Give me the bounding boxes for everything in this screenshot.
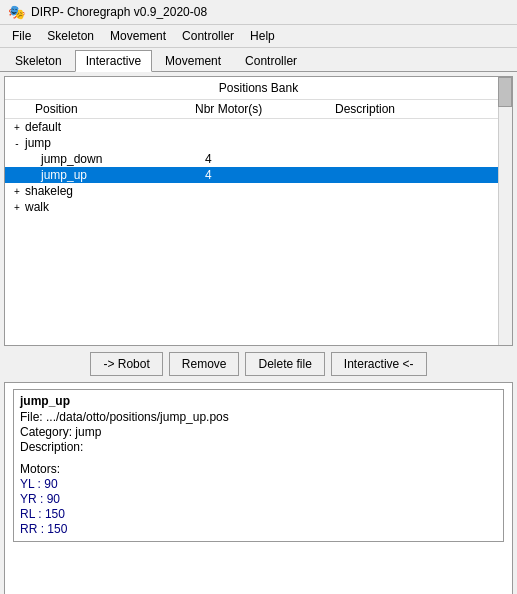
- info-motor-yr: YR : 90: [20, 492, 497, 506]
- expander-jump[interactable]: -: [9, 138, 25, 149]
- delete-file-button[interactable]: Delete file: [245, 352, 324, 376]
- tab-skeleton[interactable]: Skeleton: [4, 50, 73, 71]
- menu-help[interactable]: Help: [242, 27, 283, 45]
- item-motors-jump-up: 4: [205, 168, 355, 182]
- info-file: File: .../data/otto/positions/jump_up.po…: [20, 410, 497, 424]
- tree-item-jump-down[interactable]: jump_down 4: [5, 151, 512, 167]
- info-panel: jump_up File: .../data/otto/positions/ju…: [4, 382, 513, 594]
- tree-area: + default - jump jump_down 4 jump_up 4: [5, 119, 512, 319]
- tab-controller[interactable]: Controller: [234, 50, 308, 71]
- tab-interactive[interactable]: Interactive: [75, 50, 152, 72]
- tree-item-jump[interactable]: - jump: [5, 135, 512, 151]
- tab-bar: Skeleton Interactive Movement Controller: [0, 48, 517, 72]
- menu-skeleton[interactable]: Skeleton: [39, 27, 102, 45]
- main-content: Positions Bank Position Nbr Motor(s) Des…: [0, 72, 517, 594]
- scrollbar-track: [498, 77, 512, 345]
- positions-header: Position Nbr Motor(s) Description: [5, 100, 512, 119]
- item-label-jump: jump: [25, 136, 189, 150]
- button-bar: -> Robot Remove Delete file Interactive …: [0, 346, 517, 382]
- expander-walk[interactable]: +: [9, 202, 25, 213]
- col-header-motors: Nbr Motor(s): [185, 102, 335, 116]
- to-robot-button[interactable]: -> Robot: [90, 352, 162, 376]
- info-motors-section: Motors: YL : 90 YR : 90 RL : 150 RR : 15…: [20, 462, 497, 536]
- info-group-label: jump_up: [20, 394, 497, 408]
- item-label-walk: walk: [25, 200, 189, 214]
- expander-shakeleg[interactable]: +: [9, 186, 25, 197]
- menu-controller[interactable]: Controller: [174, 27, 242, 45]
- app-title: DIRP- Choregraph v0.9_2020-08: [31, 5, 207, 19]
- item-label-jump-down: jump_down: [41, 152, 205, 166]
- col-header-description: Description: [335, 102, 512, 116]
- tab-movement[interactable]: Movement: [154, 50, 232, 71]
- item-label-shakeleg: shakeleg: [25, 184, 189, 198]
- interactive-button[interactable]: Interactive <-: [331, 352, 427, 376]
- item-label-default: default: [25, 120, 189, 134]
- info-motor-rr: RR : 150: [20, 522, 497, 536]
- tree-item-jump-up[interactable]: jump_up 4: [5, 167, 512, 183]
- title-bar: 🎭 DIRP- Choregraph v0.9_2020-08: [0, 0, 517, 25]
- remove-button[interactable]: Remove: [169, 352, 240, 376]
- positions-panel: Positions Bank Position Nbr Motor(s) Des…: [4, 76, 513, 346]
- app-icon: 🎭: [8, 4, 25, 20]
- item-motors-jump-down: 4: [205, 152, 355, 166]
- expander-default[interactable]: +: [9, 122, 25, 133]
- positions-title: Positions Bank: [5, 77, 512, 100]
- info-motor-yl: YL : 90: [20, 477, 497, 491]
- item-label-jump-up: jump_up: [41, 168, 205, 182]
- scrollbar-thumb[interactable]: [498, 77, 512, 107]
- info-description: Description:: [20, 440, 497, 454]
- menu-file[interactable]: File: [4, 27, 39, 45]
- info-motor-rl: RL : 150: [20, 507, 497, 521]
- info-group: jump_up File: .../data/otto/positions/ju…: [13, 389, 504, 542]
- info-category: Category: jump: [20, 425, 497, 439]
- menu-movement[interactable]: Movement: [102, 27, 174, 45]
- tree-item-walk[interactable]: + walk: [5, 199, 512, 215]
- tree-item-default[interactable]: + default: [5, 119, 512, 135]
- info-motors-label: Motors:: [20, 462, 497, 476]
- col-header-position: Position: [5, 102, 185, 116]
- menu-bar: File Skeleton Movement Controller Help: [0, 25, 517, 48]
- tree-item-shakeleg[interactable]: + shakeleg: [5, 183, 512, 199]
